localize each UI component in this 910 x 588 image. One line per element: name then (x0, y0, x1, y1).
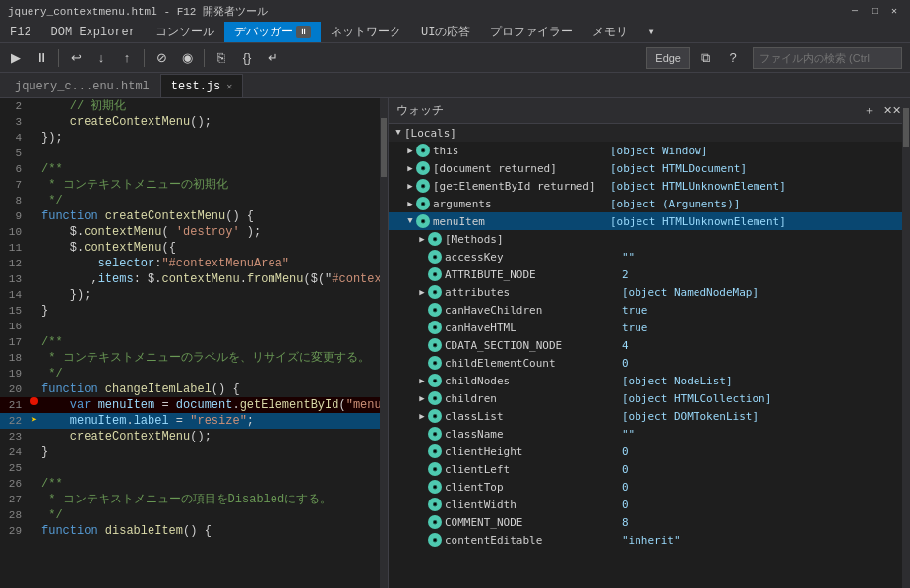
tab-testjs-close[interactable]: ✕ (226, 81, 232, 92)
attributes-expander[interactable]: ▶ (416, 286, 428, 298)
watch-row-childcount[interactable]: ▶ ◉ childElementCount 0 (389, 354, 910, 372)
pretty-print-button[interactable]: {} (235, 46, 259, 70)
contenteditable-value: "inherit" (622, 534, 910, 547)
breakpoints-button[interactable]: ◉ (175, 46, 199, 70)
new-window-button[interactable]: ⧉ (694, 46, 717, 70)
go-to-source-button[interactable]: ⎘ (210, 46, 233, 70)
classlist-icon: ◉ (428, 409, 442, 423)
watch-row-this[interactable]: ▶ ◉ this [object Window] (389, 142, 910, 159)
toolbar: ▶ ⏸ ↩ ↓ ↑ ⊘ ◉ ⎘ {} ↵ Edge ⧉ ? (0, 43, 910, 73)
line-num-7: 7 (0, 177, 30, 193)
menu-memory[interactable]: メモリ (582, 22, 637, 42)
methods-name: [Methods] (445, 233, 622, 246)
watch-row-canhavehtml[interactable]: ▶ ◉ canHaveHTML true (389, 319, 910, 336)
watch-row-clienttop[interactable]: ▶ ◉ clientTop 0 (389, 478, 910, 496)
classlist-expander[interactable]: ▶ (416, 410, 428, 422)
args-expander[interactable]: ▶ (404, 198, 416, 209)
gebi-expander[interactable]: ▶ (404, 180, 416, 192)
execution-arrow: ➤ (31, 413, 37, 429)
window-controls: ─ □ ✕ (847, 3, 902, 19)
watch-row-clientheight[interactable]: ▶ ◉ clientHeight 0 (389, 442, 910, 460)
watch-scrollbar-thumb[interactable] (903, 108, 909, 147)
watch-row-menuitem[interactable]: ▼ ◉ menuItem [object HTMLUnknownElement] (389, 212, 910, 230)
this-value: [object Window] (610, 145, 910, 157)
commentnode-icon: ◉ (428, 515, 442, 529)
doc-icon: ◉ (416, 161, 430, 175)
menu-bar: F12 DOM Explorer コンソール デバッガー ⏸ ネットワーク UI… (0, 22, 910, 43)
code-line-20: 20 function changeItemLabel() { (0, 382, 388, 397)
cdata-icon: ◉ (428, 338, 442, 352)
menu-console[interactable]: コンソール (146, 22, 224, 42)
close-button[interactable]: ✕ (886, 3, 902, 19)
line-code-10: $.contextMenu( 'destroy' ); (39, 224, 388, 240)
commentnode-value: 8 (622, 516, 910, 529)
menu-f12[interactable]: F12 (0, 22, 41, 42)
watch-row-classname[interactable]: ▶ ◉ className "" (389, 425, 910, 442)
watch-row-childnodes[interactable]: ▶ ◉ childNodes [object NodeList] (389, 372, 910, 389)
watch-title: ウォッチ (396, 102, 444, 119)
doc-expander[interactable]: ▶ (404, 162, 416, 174)
watch-row-classlist[interactable]: ▶ ◉ classList [object DOMTokenList] (389, 407, 910, 425)
watch-row-contenteditable[interactable]: ▶ ◉ contentEditable "inherit" (389, 531, 910, 549)
line-code-6: /** (39, 161, 388, 177)
code-line-23: 23 createContextMenu(); (0, 429, 388, 444)
tab-jquery[interactable]: jquery_c...enu.html (4, 74, 160, 97)
watch-row-canhavechildren[interactable]: ▶ ◉ canHaveChildren true (389, 301, 910, 319)
step-over-button[interactable]: ↩ (64, 46, 88, 70)
watch-row-children[interactable]: ▶ ◉ children [object HTMLCollection] (389, 389, 910, 407)
menu-dom-explorer[interactable]: DOM Explorer (41, 22, 146, 42)
watch-scrollbar[interactable] (902, 98, 910, 588)
watch-locals-header[interactable]: ▼ [Locals] (389, 124, 910, 142)
watch-row-attrnode[interactable]: ▶ ◉ ATTRIBUTE_NODE 2 (389, 265, 910, 283)
clienttop-value: 0 (622, 481, 910, 494)
edge-button[interactable]: Edge (646, 47, 690, 69)
watch-clear-btn[interactable]: ✕✕ (882, 101, 902, 121)
watch-row-doc[interactable]: ▶ ◉ [document returned] [object HTMLDocu… (389, 159, 910, 177)
locals-expander[interactable]: ▼ (393, 127, 404, 139)
menuitem-expander[interactable]: ▼ (404, 215, 416, 227)
watch-row-attributes[interactable]: ▶ ◉ attributes [object NamedNodeMap] (389, 283, 910, 301)
word-wrap-button[interactable]: ↵ (261, 46, 284, 70)
canhavechildren-value: true (622, 304, 910, 317)
menu-network[interactable]: ネットワーク (321, 22, 411, 42)
minimize-button[interactable]: ─ (847, 3, 863, 19)
watch-row-clientwidth[interactable]: ▶ ◉ clientWidth 0 (389, 496, 910, 513)
pause-button[interactable]: ⏸ (30, 46, 53, 70)
code-line-6: 6 /** (0, 161, 388, 177)
line-num-11: 11 (0, 240, 30, 256)
code-scrollbar-thumb[interactable] (381, 118, 387, 177)
childnodes-expander[interactable]: ▶ (416, 375, 428, 386)
code-scrollbar[interactable] (380, 98, 388, 588)
methods-expander[interactable]: ▶ (416, 233, 428, 245)
tab-testjs[interactable]: test.js ✕ (160, 74, 243, 97)
help-button[interactable]: ? (721, 46, 745, 70)
file-search-input[interactable] (753, 47, 902, 69)
step-out-button[interactable]: ↑ (115, 46, 139, 70)
watch-row-clientleft[interactable]: ▶ ◉ clientLeft 0 (389, 460, 910, 478)
line-code-19: */ (39, 366, 388, 382)
line-num-18: 18 (0, 350, 30, 366)
watch-row-commentnode[interactable]: ▶ ◉ COMMENT_NODE 8 (389, 513, 910, 531)
line-code-13: ,items: $.contextMenu.fromMenu($("#conte… (39, 271, 388, 287)
doc-value: [object HTMLDocument] (610, 162, 910, 175)
menu-ui-response[interactable]: UIの応答 (411, 22, 480, 42)
watch-tree[interactable]: ▼ [Locals] ▶ ◉ this [object Window] ▶ ◉ … (389, 124, 910, 588)
line-num-29: 29 (0, 523, 30, 539)
break-exceptions-button[interactable]: ⊘ (150, 46, 173, 70)
play-button[interactable]: ▶ (4, 46, 28, 70)
watch-row-args[interactable]: ▶ ◉ arguments [object (Arguments)] (389, 195, 910, 212)
step-into-button[interactable]: ↓ (90, 46, 113, 70)
menu-debugger[interactable]: デバッガー ⏸ (224, 22, 321, 42)
menu-profiler[interactable]: プロファイラー (480, 22, 582, 42)
maximize-button[interactable]: □ (867, 3, 882, 19)
code-scroll[interactable]: 2 // 初期化 3 createContextMenu(); 4 }); 5 (0, 98, 388, 588)
watch-row-methods[interactable]: ▶ ◉ [Methods] (389, 230, 910, 248)
watch-add-btn[interactable]: ＋ (859, 101, 879, 121)
this-expander[interactable]: ▶ (404, 145, 416, 156)
watch-row-gebi[interactable]: ▶ ◉ [getElementById returned] [object HT… (389, 177, 910, 195)
clientheight-icon: ◉ (428, 444, 442, 458)
menu-more[interactable]: ▾ (637, 22, 664, 42)
children-expander[interactable]: ▶ (416, 392, 428, 404)
watch-row-cdata[interactable]: ▶ ◉ CDATA_SECTION_NODE 4 (389, 336, 910, 354)
watch-row-accesskey[interactable]: ▶ ◉ accessKey "" (389, 248, 910, 265)
